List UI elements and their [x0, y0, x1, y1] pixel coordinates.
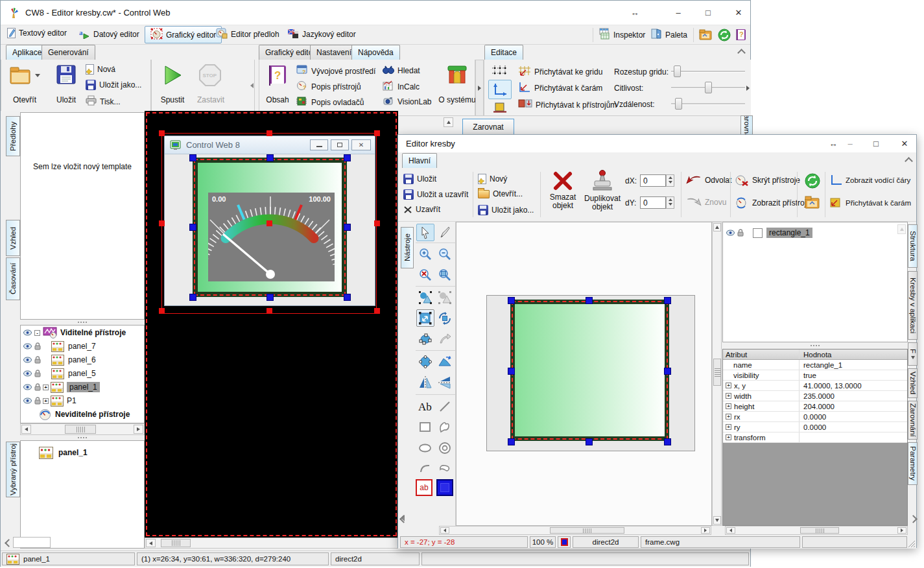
tab-napoveda[interactable]: Nápověda	[351, 45, 400, 60]
delete-object-button[interactable]: Smazat objekt	[546, 171, 580, 210]
scroll-right-icon[interactable]	[701, 527, 710, 534]
help-icon[interactable]: ?	[735, 28, 748, 43]
expand-icon[interactable]	[726, 403, 731, 409]
prop-row[interactable]: namerectangle_1	[723, 360, 907, 370]
paleta-button[interactable]: Paleta	[650, 28, 687, 41]
resize-grip[interactable]	[908, 540, 916, 548]
collapse-left-icon[interactable]	[5, 539, 13, 547]
group-expand-icon[interactable]	[746, 86, 750, 91]
panel-handle[interactable]	[189, 154, 196, 161]
col-hodnota[interactable]: Hodnota	[800, 351, 907, 359]
tool-select[interactable]	[416, 224, 434, 241]
selection-handle[interactable]	[374, 308, 380, 314]
prop-row[interactable]: rx0.0000	[723, 412, 907, 422]
tool-zoom-out[interactable]	[436, 245, 454, 263]
run-button[interactable]	[161, 64, 184, 89]
selection-handle[interactable]	[159, 130, 165, 136]
expand-icon[interactable]	[726, 424, 731, 430]
scroll-left-icon[interactable]	[146, 539, 156, 547]
tab-struktura[interactable]: Struktura	[908, 224, 918, 268]
fill-color-swatch[interactable]	[436, 479, 453, 496]
col-atribut[interactable]: Atribut	[723, 349, 800, 359]
distance-slider[interactable]	[671, 103, 745, 105]
panel-handle[interactable]	[189, 224, 196, 231]
collapse-right-icon[interactable]	[909, 515, 918, 523]
tool-zoom-cancel[interactable]	[416, 266, 434, 283]
canvas-h-scrollbar[interactable]	[145, 538, 398, 549]
expand-icon[interactable]	[726, 383, 731, 388]
snap-lines-row[interactable]: Přichytávat k čarám	[518, 81, 602, 95]
folder-button[interactable]	[805, 195, 820, 211]
selection-handle[interactable]	[267, 130, 272, 136]
driver-desc-help-button[interactable]: Popis ovladačů	[296, 96, 364, 108]
prop-row[interactable]: ry0.0000	[723, 422, 907, 432]
scroll-thumb[interactable]	[65, 425, 96, 434]
tool-closed-curve[interactable]	[436, 460, 454, 477]
tab-vzhled-editor[interactable]: Vzhled	[908, 368, 918, 398]
editor-h-scrollbar[interactable]	[439, 526, 711, 535]
snap-lines-button[interactable]: Přichytávat k čarám	[829, 197, 911, 209]
tab-vzhled[interactable]: Vzhled	[6, 220, 20, 256]
panel-handle[interactable]	[267, 294, 274, 301]
collapse-ribbon-icon[interactable]	[737, 49, 746, 57]
undo-button[interactable]: Odvolat	[686, 174, 731, 187]
selection-handle[interactable]	[159, 308, 165, 314]
sync-button[interactable]	[805, 173, 820, 191]
tool-zoom-in[interactable]	[416, 245, 434, 263]
open-button[interactable]: Otevřít...	[478, 189, 523, 198]
tool-zoom-fit[interactable]	[436, 266, 454, 283]
tool-donut[interactable]	[436, 439, 454, 456]
sensitivity-slider[interactable]	[671, 87, 745, 89]
scroll-thumb[interactable]	[800, 527, 839, 534]
guides-toggle-button[interactable]	[488, 80, 512, 99]
graficky-editor-button[interactable]: Grafický editor	[145, 26, 222, 43]
jazykovy-editor-button[interactable]: Jazykový editor	[287, 28, 356, 41]
scroll-thumb[interactable]	[550, 527, 624, 534]
prop-row[interactable]: height204.0000	[723, 401, 907, 412]
incalc-button[interactable]: InCalc	[383, 80, 420, 93]
prop-row[interactable]: transform	[723, 432, 907, 443]
tree-h-scrollbar[interactable]	[20, 423, 145, 435]
tool-mirror-horizontal[interactable]	[436, 373, 454, 391]
redo-button[interactable]: Znovu	[686, 196, 726, 209]
tab-zarovnani[interactable]: Zarovnání	[908, 401, 918, 440]
shape-handle[interactable]	[586, 438, 593, 445]
open-dropdown-icon[interactable]	[35, 74, 40, 77]
duplicate-object-button[interactable]: Duplikovat objekt	[582, 169, 622, 211]
tool-mirror-vertical[interactable]	[416, 373, 434, 391]
tab-casovani[interactable]: Časování	[6, 257, 20, 300]
close-button[interactable]: ✕	[726, 3, 752, 21]
status-color-swatch[interactable]	[558, 536, 571, 548]
snap-grid-row[interactable]: Přichytávat ke gridu	[518, 65, 602, 78]
panel-h-scrollbar[interactable]	[725, 526, 908, 535]
show-guides-button[interactable]: Zobrazit vodící čáry	[829, 174, 910, 186]
canvas-v-scrollbar[interactable]	[712, 222, 722, 526]
tab-kresby-v-aplikaci[interactable]: Kresby v aplikaci	[908, 271, 918, 340]
maximize-button[interactable]: □	[696, 3, 720, 21]
scroll-left-icon[interactable]	[21, 425, 31, 434]
new-button[interactable]: Nový	[478, 174, 507, 184]
refresh-icon[interactable]	[718, 29, 731, 43]
tool-edit-path[interactable]	[436, 330, 454, 348]
tree-item[interactable]: panel_7	[23, 340, 96, 353]
expand-icon[interactable]	[726, 434, 731, 440]
inspektor-button[interactable]: Inspektor	[598, 28, 645, 41]
instr-desc-help-button[interactable]: ? Popis přístrojů	[296, 80, 361, 93]
scroll-thumb[interactable]	[713, 359, 721, 386]
show-instruments-button[interactable]: Zobrazit přístroje	[735, 197, 811, 209]
visionlab-button[interactable]: VisionLab	[383, 96, 432, 108]
maximize-button[interactable]: □	[866, 136, 886, 150]
snap-instruments-row[interactable]: Přichytávat k přístrojům	[518, 98, 617, 112]
shape-handle[interactable]	[508, 297, 515, 304]
tool-rectangle[interactable]	[416, 418, 434, 436]
scroll-right-icon[interactable]	[897, 527, 906, 534]
tab-vybrany-pristroj[interactable]: Vybraný přístroj	[6, 442, 20, 497]
collapse-toolbar-icon[interactable]	[905, 157, 913, 165]
align-button[interactable]: Zarovnat	[462, 119, 514, 135]
shape-handle[interactable]	[508, 368, 515, 375]
about-button[interactable]	[446, 64, 468, 87]
drawing-canvas[interactable]	[456, 222, 712, 526]
textovy-editor-button[interactable]: Textový editor	[7, 28, 67, 38]
tool-line[interactable]	[436, 397, 454, 415]
tab-generovani[interactable]: Generování	[41, 45, 95, 60]
